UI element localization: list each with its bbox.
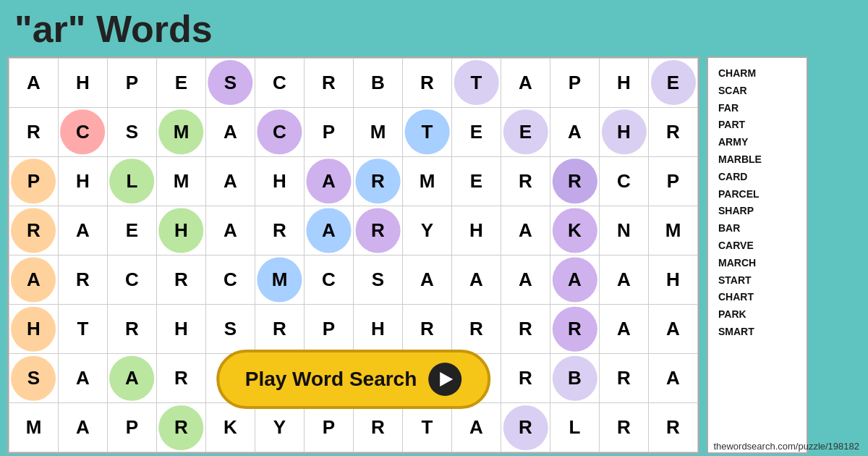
grid-cell: A	[550, 108, 600, 157]
grid-cell: M	[649, 206, 698, 256]
grid-cell: P	[9, 157, 59, 206]
grid-cell: H	[157, 305, 206, 354]
grid-cell: R	[501, 403, 550, 452]
grid-cell: R	[108, 305, 157, 354]
grid-cell: H	[255, 157, 305, 206]
word-list-item: MARBLE	[718, 151, 796, 169]
word-list-item: PARCEL	[718, 186, 796, 203]
footer-url: thewordsearch.com/puzzle/198182	[713, 441, 859, 452]
grid-cell: P	[649, 157, 698, 206]
grid-cell: R	[501, 305, 550, 354]
grid-cell: A	[452, 403, 501, 452]
grid-cell: T	[403, 403, 452, 452]
grid-cell: H	[59, 157, 108, 206]
grid-cell: E	[452, 108, 501, 157]
word-list-item: CHART	[718, 289, 796, 306]
grid-cell: S	[9, 354, 59, 403]
grid-cell: M	[157, 157, 206, 206]
grid-cell: R	[452, 305, 501, 354]
grid-cell: A	[550, 256, 600, 305]
grid-cell: P	[108, 59, 157, 108]
grid-cell: S	[206, 305, 255, 354]
grid-cell: R	[501, 157, 550, 206]
grid-cell: P	[305, 305, 354, 354]
grid-cell: C	[255, 108, 305, 157]
grid-cell: C	[59, 108, 108, 157]
grid-cell: H	[157, 206, 206, 256]
word-list-item: BAR	[718, 220, 796, 237]
grid-cell: R	[550, 305, 600, 354]
grid-cell: H	[600, 59, 649, 108]
grid-cell: H	[452, 206, 501, 256]
grid-cell: H	[59, 59, 108, 108]
word-list-item: PART	[718, 117, 796, 134]
grid-cell: S	[108, 108, 157, 157]
play-button-container: Play Word Search	[216, 350, 491, 409]
grid-cell: E	[501, 108, 550, 157]
grid-cell: M	[255, 256, 305, 305]
grid-cell: A	[206, 108, 255, 157]
grid-cell: E	[157, 59, 206, 108]
grid-cell: A	[9, 256, 59, 305]
grid-cell: A	[649, 305, 698, 354]
page-title: "ar" Words	[0, 0, 868, 56]
word-list-item: CHARM	[718, 65, 796, 83]
grid-cell: P	[305, 108, 354, 157]
grid-cell: T	[403, 108, 452, 157]
word-list-item: SCAR	[718, 83, 796, 100]
grid-cell: M	[9, 403, 59, 452]
grid-cell: T	[59, 305, 108, 354]
grid-cell: R	[255, 305, 305, 354]
word-list-item: CARD	[718, 169, 796, 186]
word-list-item: SHARP	[718, 203, 796, 220]
grid-cell: C	[255, 59, 305, 108]
grid-cell: L	[550, 403, 600, 452]
grid-cell: P	[550, 59, 600, 108]
word-list-item: PARK	[718, 306, 796, 324]
grid-cell: R	[9, 108, 59, 157]
grid-cell: R	[649, 108, 698, 157]
grid-cell: P	[108, 403, 157, 452]
grid-cell: A	[600, 305, 649, 354]
grid-cell: H	[9, 305, 59, 354]
grid-cell: H	[649, 256, 698, 305]
main-container: AHPESCRBRTAPHERCSMACPMTEEAHRPHLMAHARMERR…	[0, 56, 868, 454]
grid-cell: A	[501, 256, 550, 305]
grid-cell: R	[600, 354, 649, 403]
play-icon	[428, 363, 461, 396]
grid-cell: P	[305, 403, 354, 452]
grid-cell: R	[354, 157, 403, 206]
grid-cell: S	[206, 59, 255, 108]
grid-cell: A	[206, 206, 255, 256]
grid-cell: R	[649, 403, 698, 452]
grid-cell: A	[403, 256, 452, 305]
grid-cell: T	[452, 59, 501, 108]
grid-cell: A	[206, 157, 255, 206]
word-list-item: FAR	[718, 100, 796, 117]
grid-cell: E	[108, 206, 157, 256]
grid-cell: Y	[255, 403, 305, 452]
grid-cell: A	[59, 403, 108, 452]
grid-cell: R	[9, 206, 59, 256]
word-list-item: SMART	[718, 324, 796, 341]
grid-cell: A	[501, 59, 550, 108]
word-list-item: CARVE	[718, 237, 796, 255]
play-word-search-button[interactable]: Play Word Search	[216, 350, 491, 409]
grid-cell: R	[550, 157, 600, 206]
grid-cell: A	[600, 256, 649, 305]
grid-cell: C	[206, 256, 255, 305]
grid-cell: R	[157, 354, 206, 403]
grid-cell: K	[206, 403, 255, 452]
grid-cell: A	[9, 59, 59, 108]
grid-cell: R	[255, 206, 305, 256]
grid-cell: A	[305, 157, 354, 206]
grid-cell: M	[403, 157, 452, 206]
grid-cell: A	[305, 206, 354, 256]
grid-cell: A	[59, 206, 108, 256]
grid-cell: A	[59, 354, 108, 403]
grid-cell: R	[157, 403, 206, 452]
grid-cell: R	[501, 354, 550, 403]
grid-cell: R	[403, 305, 452, 354]
grid-cell: R	[354, 403, 403, 452]
word-search-grid-wrapper: AHPESCRBRTAPHERCSMACPMTEEAHRPHLMAHARMERR…	[7, 56, 699, 454]
